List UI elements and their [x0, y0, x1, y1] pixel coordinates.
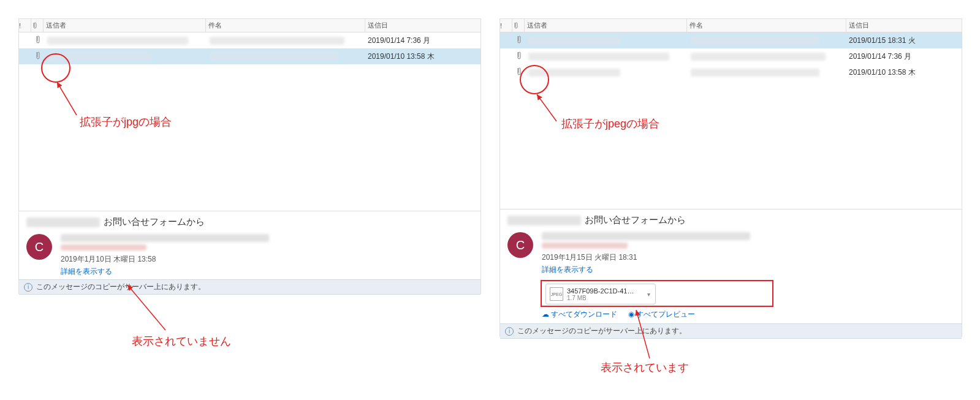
col-subject[interactable]: 件名: [687, 19, 846, 32]
subject-cell: [687, 53, 846, 61]
info-text: このメッセージのコピーがサーバー上にあります。: [517, 326, 686, 336]
col-attachment[interactable]: [512, 19, 525, 32]
subject-cell: [687, 37, 846, 45]
annotation-rect: JPEG 3457F09B-2C1D-41… 1.7 MB ▾: [541, 280, 773, 307]
sender-block: C 2019年1月15日 火曜日 18:31 詳細を表示する: [500, 228, 962, 277]
chevron-down-icon[interactable]: ▾: [646, 291, 651, 298]
cloud-download-icon: ☁: [542, 310, 549, 319]
subject-cell: [206, 53, 365, 61]
date-cell: 2019/01/14 7:36 月: [365, 36, 481, 46]
avatar: C: [507, 232, 533, 258]
annotation-text-2: 表示されています: [601, 360, 689, 375]
col-subject[interactable]: 件名: [206, 19, 365, 32]
annotation-text-1: 拡張子がjpgの場合: [80, 115, 172, 129]
annotation-text-1: 拡張子がjpegの場合: [561, 116, 659, 131]
sender-cell: [44, 37, 206, 45]
sender-cell: [525, 37, 687, 45]
eye-icon: ◉: [628, 310, 634, 319]
attachment-chip[interactable]: JPEG 3457F09B-2C1D-41… 1.7 MB ▾: [545, 284, 656, 304]
paperclip-icon: [515, 51, 522, 60]
info-icon: i: [24, 283, 32, 292]
attachment-size: 1.7 MB: [567, 295, 646, 301]
sender-email-redacted: [61, 244, 146, 251]
preview-all-link[interactable]: ◉すべてプレビュー: [628, 309, 695, 320]
preview-date: 2019年1月10日 木曜日 13:58: [61, 254, 269, 265]
col-importance[interactable]: !: [19, 19, 31, 32]
col-sender[interactable]: 送信者: [44, 19, 206, 32]
date-cell: 2019/01/10 13:58 木: [846, 67, 962, 78]
sender-cell: [525, 53, 687, 61]
paperclip-icon: [515, 67, 522, 76]
attachment-cell: [512, 36, 525, 46]
date-cell: 2019/01/10 13:58 木: [365, 51, 481, 62]
column-headers: ! 送信者 件名 送信日: [500, 19, 962, 32]
attachment-actions: ☁すべてダウンロード ◉すべてプレビュー: [541, 309, 957, 320]
download-all-link[interactable]: ☁すべてダウンロード: [542, 309, 617, 320]
sender-email-redacted: [542, 243, 628, 249]
preview-title: お問い合せフォームから: [585, 214, 686, 226]
message-row[interactable]: 2019/01/15 18:31 火: [500, 32, 962, 48]
preview-title-row: お問い合せフォームから: [500, 209, 962, 228]
paperclip-icon: [515, 36, 522, 44]
attachment-area: JPEG 3457F09B-2C1D-41… 1.7 MB ▾ ☁すべてダウンロ…: [500, 277, 962, 323]
message-row[interactable]: 2019/01/14 7:36 月: [500, 48, 962, 64]
col-date[interactable]: 送信日: [846, 21, 962, 30]
attachment-cell: [31, 51, 44, 62]
attachment-cell: [512, 67, 525, 78]
mail-panel-jpeg: ! 送信者 件名 送信日 2019/01/15 18:31 火 2019/01/…: [499, 18, 962, 337]
attachment-name: 3457F09B-2C1D-41…: [567, 287, 646, 295]
col-importance[interactable]: !: [500, 19, 512, 32]
paperclip-icon: [34, 36, 40, 44]
avatar: C: [26, 234, 52, 260]
message-row[interactable]: 2019/01/10 13:58 木: [500, 64, 962, 80]
preview-title: お問い合せフォームから: [104, 216, 205, 228]
preview-pane: お問い合せフォームから C 2019年1月10日 木曜日 13:58 詳細を表示…: [19, 211, 481, 293]
date-cell: 2019/01/15 18:31 火: [846, 36, 962, 46]
attachment-cell: [31, 36, 44, 46]
sender-lines: 2019年1月10日 木曜日 13:58 詳細を表示する: [61, 234, 269, 277]
info-icon: i: [505, 327, 514, 336]
mail-panel-jpg: ! 送信者 件名 送信日 2019/01/14 7:36 月 2019/01/1…: [18, 18, 481, 294]
subject-cell: [687, 69, 846, 77]
column-headers: ! 送信者 件名 送信日: [19, 19, 481, 32]
paperclip-icon: [512, 22, 518, 29]
subject-cell: [206, 37, 365, 45]
sender-cell: [525, 69, 687, 77]
subject-redacted: [507, 216, 581, 225]
preview-pane: お問い合せフォームから C 2019年1月15日 火曜日 18:31 詳細を表示…: [500, 209, 962, 336]
col-date[interactable]: 送信日: [365, 21, 481, 30]
sender-lines: 2019年1月15日 火曜日 18:31 詳細を表示する: [542, 232, 750, 275]
sender-name-redacted: [61, 234, 269, 242]
show-detail-link[interactable]: 詳細を表示する: [542, 265, 750, 275]
message-row[interactable]: 2019/01/14 7:36 月: [19, 32, 481, 48]
file-jpeg-icon: JPEG: [550, 287, 563, 301]
show-detail-link[interactable]: 詳細を表示する: [61, 266, 269, 277]
annotation-text-2: 表示されていません: [132, 334, 231, 349]
info-bar: i このメッセージのコピーがサーバー上にあります。: [19, 279, 481, 295]
preview-date: 2019年1月15日 火曜日 18:31: [542, 252, 750, 263]
col-sender[interactable]: 送信者: [525, 19, 687, 32]
info-bar: i このメッセージのコピーがサーバー上にあります。: [500, 323, 962, 339]
message-row[interactable]: 2019/01/10 13:58 木: [19, 48, 481, 64]
paperclip-icon: [31, 22, 37, 29]
preview-title-row: お問い合せフォームから: [19, 211, 481, 230]
info-text: このメッセージのコピーがサーバー上にあります。: [36, 282, 205, 292]
date-cell: 2019/01/14 7:36 月: [846, 51, 962, 62]
attachment-cell: [512, 51, 525, 62]
attachment-info: 3457F09B-2C1D-41… 1.7 MB: [567, 287, 646, 301]
sender-cell: [44, 53, 206, 61]
subject-redacted: [26, 217, 100, 227]
paperclip-icon: [34, 51, 40, 60]
sender-block: C 2019年1月10日 木曜日 13:58 詳細を表示する: [19, 230, 481, 279]
col-attachment[interactable]: [31, 19, 44, 32]
sender-name-redacted: [542, 232, 750, 240]
